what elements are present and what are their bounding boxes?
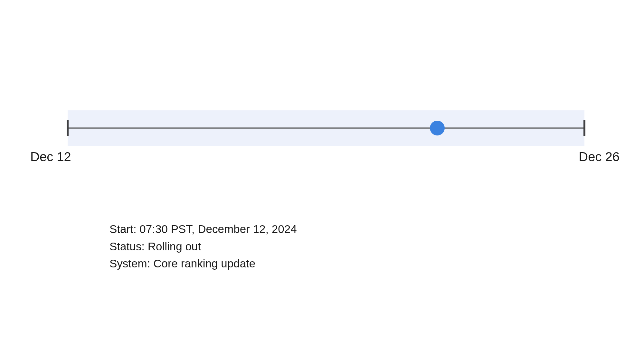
- timeline-track: [68, 127, 584, 129]
- timeline-labels: Dec 12 Dec 26: [30, 150, 620, 164]
- detail-start: Start: 07:30 PST, December 12, 2024: [109, 220, 297, 238]
- timeline-track-container: [68, 110, 584, 146]
- timeline-start-label: Dec 12: [30, 150, 71, 164]
- timeline-end-tick: [583, 120, 585, 136]
- timeline-start-tick: [67, 120, 69, 136]
- detail-system: System: Core ranking update: [109, 255, 297, 272]
- timeline-progress-marker: [430, 121, 445, 135]
- update-details: Start: 07:30 PST, December 12, 2024 Stat…: [109, 220, 297, 272]
- detail-status: Status: Rolling out: [109, 238, 297, 255]
- timeline-end-label: Dec 26: [579, 150, 620, 164]
